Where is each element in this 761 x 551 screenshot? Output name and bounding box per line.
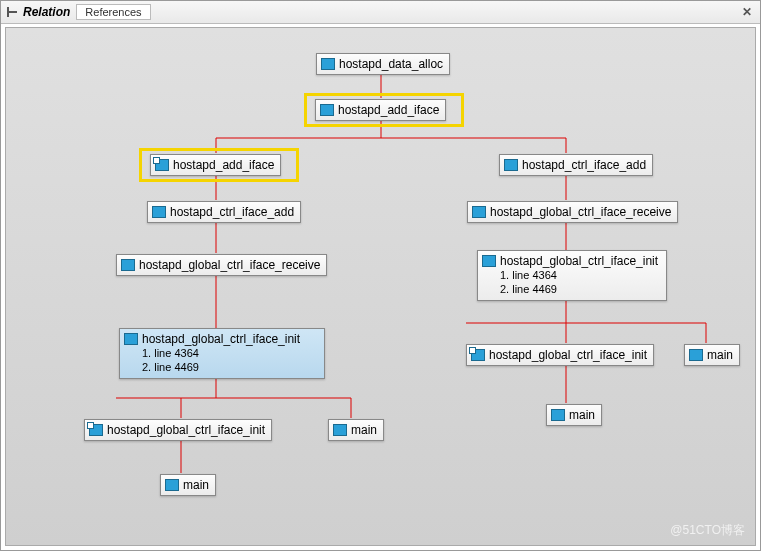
node-label: main	[707, 348, 733, 362]
node-label: hostapd_ctrl_iface_add	[522, 158, 646, 172]
node-hostapd-global-ctrl-iface-receive[interactable]: hostapd_global_ctrl_iface_receive	[116, 254, 327, 276]
func-ref-icon	[689, 349, 703, 361]
line-ref: 1. line 4364	[482, 268, 658, 282]
relation-window: Relation References ✕	[0, 0, 761, 551]
func-ref-icon	[472, 206, 486, 218]
node-label: main	[183, 478, 209, 492]
node-hostapd-add-iface[interactable]: hostapd_add_iface	[315, 99, 446, 121]
line-ref: 1. line 4364	[124, 346, 300, 360]
func-def-icon	[155, 159, 169, 171]
func-ref-icon	[152, 206, 166, 218]
node-hostapd-global-ctrl-iface-init[interactable]: hostapd_global_ctrl_iface_init 1. line 4…	[119, 328, 325, 379]
func-ref-icon	[321, 58, 335, 70]
func-ref-icon	[482, 255, 496, 267]
node-hostapd-global-ctrl-iface-init[interactable]: hostapd_global_ctrl_iface_init 1. line 4…	[477, 250, 667, 301]
line-ref: 2. line 4469	[482, 282, 658, 296]
node-main[interactable]: main	[684, 344, 740, 366]
node-label: hostapd_data_alloc	[339, 57, 443, 71]
node-label: hostapd_global_ctrl_iface_init	[489, 348, 647, 362]
node-hostapd-ctrl-iface-add[interactable]: hostapd_ctrl_iface_add	[499, 154, 653, 176]
node-label: hostapd_global_ctrl_iface_receive	[139, 258, 320, 272]
node-hostapd-ctrl-iface-add[interactable]: hostapd_ctrl_iface_add	[147, 201, 301, 223]
close-button[interactable]: ✕	[738, 5, 756, 19]
node-label: hostapd_add_iface	[338, 103, 439, 117]
node-label: main	[569, 408, 595, 422]
panel-header: Relation References ✕	[1, 1, 760, 24]
func-ref-icon	[320, 104, 334, 116]
tab-references[interactable]: References	[76, 4, 150, 20]
node-label: hostapd_global_ctrl_iface_init	[500, 254, 658, 268]
node-label: hostapd_global_ctrl_iface_init	[142, 332, 300, 346]
node-hostapd-global-ctrl-iface-init[interactable]: hostapd_global_ctrl_iface_init	[84, 419, 272, 441]
func-ref-icon	[124, 333, 138, 345]
func-ref-icon	[551, 409, 565, 421]
func-def-icon	[471, 349, 485, 361]
watermark: @51CTO博客	[670, 522, 745, 539]
node-main[interactable]: main	[160, 474, 216, 496]
node-main[interactable]: main	[328, 419, 384, 441]
node-label: main	[351, 423, 377, 437]
line-ref: 2. line 4469	[124, 360, 300, 374]
node-label: hostapd_global_ctrl_iface_receive	[490, 205, 671, 219]
func-ref-icon	[333, 424, 347, 436]
relation-icon	[5, 6, 19, 18]
node-main[interactable]: main	[546, 404, 602, 426]
node-hostapd-add-iface[interactable]: hostapd_add_iface	[150, 154, 281, 176]
node-label: hostapd_add_iface	[173, 158, 274, 172]
panel-title: Relation	[23, 5, 70, 19]
func-ref-icon	[165, 479, 179, 491]
func-def-icon	[89, 424, 103, 436]
node-label: hostapd_global_ctrl_iface_init	[107, 423, 265, 437]
node-hostapd-data-alloc[interactable]: hostapd_data_alloc	[316, 53, 450, 75]
graph-canvas[interactable]: hostapd_data_alloc hostapd_add_iface hos…	[5, 27, 756, 546]
func-ref-icon	[121, 259, 135, 271]
func-ref-icon	[504, 159, 518, 171]
node-hostapd-global-ctrl-iface-init[interactable]: hostapd_global_ctrl_iface_init	[466, 344, 654, 366]
node-label: hostapd_ctrl_iface_add	[170, 205, 294, 219]
node-hostapd-global-ctrl-iface-receive[interactable]: hostapd_global_ctrl_iface_receive	[467, 201, 678, 223]
